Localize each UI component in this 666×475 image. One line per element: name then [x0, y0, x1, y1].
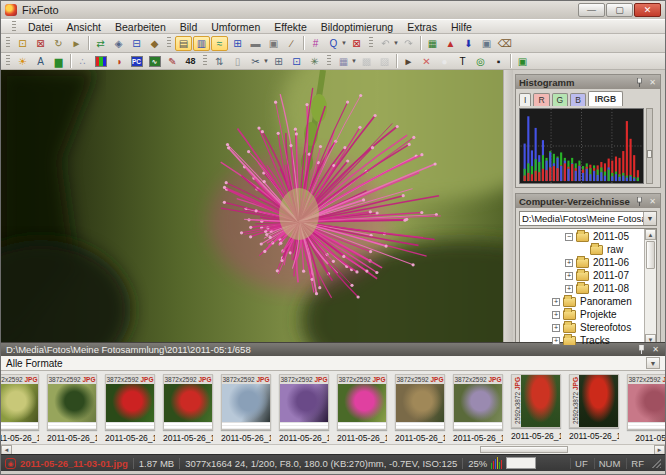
tree-expander-icon[interactable]: +	[552, 324, 560, 332]
noise-icon[interactable]: ∴	[74, 54, 91, 69]
crop-icon[interactable]: #	[307, 36, 324, 51]
close-button[interactable]: ✕	[634, 3, 661, 17]
directory-path-combo[interactable]: D:\Media\Fotos\Meine Fotosammlung ▼	[519, 211, 657, 226]
menu-bildoptimierung[interactable]: Bildoptimierung	[314, 20, 400, 34]
tree-expander-icon[interactable]: +	[565, 259, 573, 267]
filter-dropdown-icon[interactable]: ▼	[646, 357, 660, 369]
auto-correct-icon[interactable]: A	[32, 54, 49, 69]
menu-grip[interactable]	[12, 21, 16, 33]
send-image-icon[interactable]: ►	[68, 36, 85, 51]
flip-icon[interactable]: ⇅	[211, 54, 228, 69]
mask-icon[interactable]: ▦	[335, 54, 352, 69]
directory-panel-header[interactable]: Computer-Verzeichnisse ✕	[516, 194, 660, 208]
maximize-button[interactable]: ▢	[606, 3, 633, 17]
delete-image-icon[interactable]: ⊠	[32, 36, 49, 51]
scroll-thumb[interactable]	[480, 446, 568, 453]
image-viewer[interactable]	[1, 70, 503, 342]
sync-icon[interactable]: ⇄	[92, 36, 109, 51]
tree-expander-icon[interactable]: +	[552, 298, 560, 306]
histogram-slider[interactable]	[646, 108, 653, 184]
viewer-scrollbar[interactable]	[503, 70, 513, 342]
tree-item-201107[interactable]: +2011-07	[520, 269, 644, 282]
cut-icon[interactable]: ✂	[247, 54, 264, 69]
snapshot-icon[interactable]: ▣	[514, 54, 531, 69]
session-icon[interactable]: ◈	[110, 36, 127, 51]
dot-tool-icon[interactable]: ▪	[490, 54, 507, 69]
brushes-icon[interactable]: ✎	[164, 54, 181, 69]
circle-tool-icon[interactable]: ●	[436, 54, 453, 69]
thumbnail-item[interactable]: 3872x2592 JPG2011-05-26_10...	[47, 374, 97, 444]
histogram-tab-irgb[interactable]: IRGB	[588, 91, 623, 106]
toolbar-grip[interactable]	[203, 55, 207, 67]
tree-expander-icon[interactable]: +	[565, 285, 573, 293]
minimize-button[interactable]: —	[578, 3, 605, 17]
menu-hilfe[interactable]: Hilfe	[444, 20, 479, 34]
menu-extras[interactable]: Extras	[400, 20, 444, 34]
tree-item-201105[interactable]: −2011-05	[520, 230, 644, 243]
tree-vscrollbar[interactable]: ▲ ▼	[644, 229, 656, 345]
thumbnail-item[interactable]: 3872x2592 JPG2011-05-26_11-...	[163, 374, 213, 444]
fit-window-icon[interactable]: ⊞	[270, 54, 287, 69]
clean-icon[interactable]: ⌫	[496, 36, 513, 51]
open-image-icon[interactable]: ⊡	[14, 36, 31, 51]
combo-dropdown-icon[interactable]: ▼	[643, 212, 656, 225]
tree-expander-icon[interactable]: +	[565, 272, 573, 280]
gradation-curve-icon[interactable]: ∿	[146, 54, 163, 69]
thumbnail-item[interactable]: 3872x2592 JPG2011-05-26_11-...	[337, 374, 387, 444]
toolbar-grip[interactable]	[369, 37, 373, 49]
pc-profile-icon[interactable]: PC	[128, 54, 145, 69]
thumbnail-hscrollbar[interactable]: ◄ ►	[1, 444, 665, 454]
thumbnail-item[interactable]: 3872x2592 JPG2011-05-26_11-...	[395, 374, 445, 444]
brightness-icon[interactable]: ☀	[14, 54, 31, 69]
save-icon[interactable]: ⬇	[460, 36, 477, 51]
menu-ansicht[interactable]: Ansicht	[60, 20, 108, 34]
color-balance-icon[interactable]: ◑	[110, 54, 127, 69]
close-panel-icon[interactable]: ✕	[648, 197, 657, 206]
thumbnail-item[interactable]: 3872x2592 JPG2011-05-26_11-...	[105, 374, 155, 444]
copy-icon[interactable]: ▣	[478, 36, 495, 51]
filmstrip-icon[interactable]: ▦	[424, 36, 441, 51]
table-panel-icon[interactable]: ⊞	[229, 36, 246, 51]
chart-image-icon[interactable]: ▲	[442, 36, 459, 51]
histogram-panel-header[interactable]: Histogramm ✕	[516, 75, 660, 89]
zoom-icon[interactable]: Q	[325, 36, 342, 51]
ring-tool-icon[interactable]: ◎	[472, 54, 489, 69]
tree-expander-icon[interactable]: +	[552, 311, 560, 319]
toolbar-grip[interactable]	[327, 55, 331, 67]
thumbnail-item[interactable]: 3872x2592 JPG2011-05-26_10...	[0, 374, 39, 444]
tree-item-201108[interactable]: +2011-08	[520, 282, 644, 295]
levels-icon[interactable]: ▆	[50, 54, 67, 69]
close-image-icon[interactable]: ⊠	[348, 36, 365, 51]
clipboard-panel-icon[interactable]: ▤	[175, 36, 192, 51]
pin-icon[interactable]	[635, 197, 644, 206]
tree-item-projekte[interactable]: +Projekte	[520, 308, 644, 321]
thumbnail-item[interactable]: 2592x3872 JPG2011-05-26_11-...	[569, 374, 619, 444]
measure-icon[interactable]: ∕	[283, 36, 300, 51]
pin-icon[interactable]	[635, 78, 644, 87]
scroll-up-icon[interactable]: ▲	[645, 229, 656, 240]
histogram-tab-r[interactable]: R	[533, 93, 549, 106]
preview-panel-icon[interactable]: ≈	[211, 36, 228, 51]
menu-datei[interactable]: Datei	[21, 20, 60, 34]
transfer-panel-icon[interactable]: ▥	[193, 36, 210, 51]
tree-item-panoramen[interactable]: +Panoramen	[520, 295, 644, 308]
resize-grip[interactable]	[651, 458, 661, 468]
text-tool-icon[interactable]: T	[454, 54, 471, 69]
thumbnail-item[interactable]: 3872x2592 JPG2011-05-26_11-...	[221, 374, 271, 444]
frame-icon[interactable]: ▯	[229, 54, 246, 69]
tree-item-201106[interactable]: +2011-06	[520, 256, 644, 269]
dual-view-icon[interactable]: ▣	[265, 36, 282, 51]
thumbnail-item[interactable]: 3872x2592 JPG2011-05-26_11-...	[453, 374, 503, 444]
menu-effekte[interactable]: Effekte	[267, 20, 314, 34]
tree-item-tracks[interactable]: +Tracks	[520, 334, 644, 345]
export-view-icon[interactable]: ⊡	[288, 54, 305, 69]
histogram-tab-g[interactable]: G	[552, 93, 569, 106]
rename-image-icon[interactable]: ↻	[50, 36, 67, 51]
close-panel-icon[interactable]: ✕	[651, 345, 660, 354]
tree-item-raw[interactable]: raw	[520, 243, 644, 256]
histogram-tab-i[interactable]: I	[519, 93, 531, 106]
close-panel-icon[interactable]: ✕	[648, 78, 657, 87]
histogram-tab-b[interactable]: B	[570, 93, 586, 106]
monitor-icon[interactable]: ⊟	[128, 36, 145, 51]
pin-icon[interactable]	[637, 345, 646, 354]
